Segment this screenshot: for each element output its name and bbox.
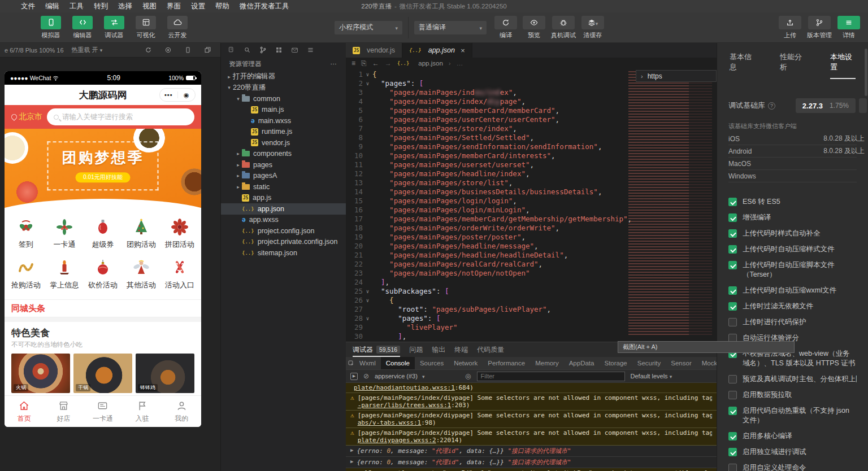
grid-item-拼团活动[interactable]: 拼团活动 xyxy=(160,215,199,255)
outline-icon[interactable]: ≡ xyxy=(351,59,355,67)
checkbox[interactable] xyxy=(728,245,737,254)
bookmark-icon[interactable]: ⎘ xyxy=(361,59,367,67)
console-panel-tab-终端[interactable]: 终端 xyxy=(454,342,468,357)
toolbar-button-模拟器[interactable]: 模拟器 xyxy=(37,16,64,40)
checkbox[interactable] xyxy=(728,302,737,311)
headline-section[interactable]: 同城头条 xyxy=(5,299,201,317)
more-actions-icon[interactable]: ⋯ xyxy=(331,60,338,68)
search-input[interactable]: 请输入关键字进行搜索 xyxy=(47,108,194,125)
checkbox[interactable] xyxy=(728,448,737,456)
source-link[interactable]: plate/haodiantoutiao.wxss:1 xyxy=(354,384,455,391)
fold-icon[interactable]: ∨ xyxy=(363,287,372,296)
grid-item-签到[interactable]: 签到 xyxy=(7,215,45,255)
checkbox[interactable] xyxy=(728,407,737,415)
action-button-真机调试[interactable]: 真机调试 xyxy=(551,16,576,40)
checkbox[interactable] xyxy=(728,464,737,471)
setting-row[interactable]: 上传代码时样式自动补全 xyxy=(728,229,857,238)
tree-item-sitemap.json[interactable]: {..}sitemap.json xyxy=(221,247,346,259)
devtools-tab-Storage[interactable]: Storage xyxy=(599,357,632,369)
devtools-tab-Console[interactable]: Console xyxy=(381,357,415,369)
food-image-火锅[interactable]: 火锅 xyxy=(11,354,70,393)
grid-item-活动入口[interactable]: 活动入口 xyxy=(160,255,199,296)
compile-mode-select[interactable]: 普通编译 xyxy=(414,21,487,34)
setting-row[interactable]: 上传代码时自动压缩样式文件 xyxy=(728,245,857,254)
mode-select[interactable]: 小程序模式 xyxy=(335,21,402,34)
fold-icon[interactable]: ∨ xyxy=(363,70,372,79)
inspect-element-icon[interactable] xyxy=(348,360,354,367)
setting-row[interactable]: 上传代码时自动压缩脚本文件（Terser） xyxy=(728,260,857,280)
menu-item-设置[interactable]: 设置 xyxy=(186,2,210,11)
tab-我的[interactable]: 我的 xyxy=(162,400,201,424)
setting-row[interactable]: 上传代码时自动压缩wxml文件 xyxy=(728,286,857,295)
find-widget[interactable]: › https xyxy=(636,70,717,82)
promo-banner[interactable]: 团购梦想季 0.01元用好技能 xyxy=(5,129,201,209)
clear-console-icon[interactable]: ⊘ xyxy=(363,372,369,380)
capsule-menu[interactable]: ••• ◉ xyxy=(159,88,196,102)
tab-好店[interactable]: 好店 xyxy=(44,400,84,424)
editor-tab-app.json[interactable]: {..}app.json× xyxy=(402,43,472,58)
tree-item-pages[interactable]: ▸pages xyxy=(221,159,346,171)
source-link[interactable]: -parser/libs/trees.wxss:1 xyxy=(358,402,452,409)
tree-item-components[interactable]: ▸components xyxy=(221,149,346,160)
tree-item-main.wxss[interactable]: ǝmain.wxss xyxy=(221,115,346,127)
breadcrumb-more[interactable]: … xyxy=(457,60,463,67)
console-warning-row[interactable]: ⚠[pages/mainPages/index/diypage] Some se… xyxy=(346,411,717,428)
grid-item-砍价活动[interactable]: 砍价活动 xyxy=(84,255,122,296)
close-icon[interactable]: × xyxy=(461,46,465,55)
console-warning-row[interactable]: ⚠▶[Component] property "pageId" of "comp… xyxy=(346,468,717,471)
setting-row[interactable]: 启用代码自动热重载（不支持 json 文件） xyxy=(728,406,857,425)
checkbox[interactable] xyxy=(728,375,737,383)
setting-row[interactable]: 上传时过滤无依赖文件 xyxy=(728,302,857,311)
console-warning-row[interactable]: ⚠[pages/mainPages/index/diypage] Some se… xyxy=(346,428,717,446)
eye-icon[interactable]: ◎ xyxy=(465,372,471,380)
menu-item-编辑[interactable]: 编辑 xyxy=(40,2,64,11)
action-button-预览[interactable]: 预览 xyxy=(523,16,545,40)
filter-input[interactable] xyxy=(477,372,625,381)
devtools-tab-Mock[interactable]: Mock xyxy=(697,357,717,369)
help-icon[interactable]: ? xyxy=(768,102,775,110)
action-button-版本管理[interactable]: 版本管理 xyxy=(807,16,832,40)
device-select[interactable]: e 6/7/8 Plus 100% 16 xyxy=(5,47,64,54)
toolbar-button-调试器[interactable]: 调试器 xyxy=(101,16,128,40)
forward-arrow-icon[interactable]: → xyxy=(385,59,392,67)
menu-item-转到[interactable]: 转到 xyxy=(89,2,113,11)
devtools-tab-Sources[interactable]: Sources xyxy=(415,357,449,369)
checkbox[interactable] xyxy=(728,261,737,269)
portrait-icon[interactable] xyxy=(184,46,192,54)
tab-一卡通[interactable]: 一卡通 xyxy=(83,400,123,424)
console-panel-tab-问题[interactable]: 问题 xyxy=(409,342,423,357)
tree-item-vendor.js[interactable]: JSvendor.js xyxy=(221,137,346,149)
record-icon[interactable] xyxy=(164,46,172,54)
city-selector[interactable]: 北京市 xyxy=(11,112,42,122)
toolbar-button-云开发[interactable]: 云开发 xyxy=(164,16,191,40)
console-panel-tab-调试器[interactable]: 调试器59,516 xyxy=(353,342,400,357)
setting-row[interactable]: 启用数据预拉取 xyxy=(728,390,857,400)
base-library-select[interactable]: 2.27.3 1.75% xyxy=(796,98,856,113)
hot-reload-toggle[interactable]: 热重载 开 xyxy=(72,46,103,54)
console-panel-tab-代码质量[interactable]: 代码质量 xyxy=(477,342,504,357)
devtools-tab-AppData[interactable]: AppData xyxy=(564,357,600,369)
action-button-详情[interactable]: 详情 xyxy=(837,16,860,40)
mail-icon[interactable] xyxy=(291,46,298,54)
levels-select[interactable]: Default levels xyxy=(631,373,672,380)
grid-icon[interactable] xyxy=(275,46,283,54)
grid-item-抢购活动[interactable]: 抢购活动 xyxy=(7,255,45,296)
fold-icon[interactable]: ∨ xyxy=(363,296,372,305)
setting-row[interactable]: 预览及真机调试时主包、分包体积上限调整为4M xyxy=(728,374,857,384)
expand-icon[interactable]: ▶ xyxy=(350,447,353,453)
source-link[interactable]: abs/v-tabs.wxss:1 xyxy=(358,419,422,426)
grid-item-团购活动[interactable]: 团购活动 xyxy=(122,215,160,255)
tree-item-project.private.config.json[interactable]: {..}project.private.config.json xyxy=(221,237,346,248)
devtools-tab-Performance[interactable]: Performance xyxy=(483,357,530,369)
devtools-tab-Sensor[interactable]: Sensor xyxy=(666,357,696,369)
toolbar-button-编辑器[interactable]: 编辑器 xyxy=(69,16,96,40)
more-icon[interactable]: ••• xyxy=(160,91,178,98)
tree-item-project.config.json[interactable]: {..}project.config.json xyxy=(221,225,346,237)
fold-icon[interactable]: ∨ xyxy=(363,79,372,88)
checkbox[interactable] xyxy=(728,432,737,441)
files-icon[interactable] xyxy=(228,46,235,54)
setting-row[interactable]: 启用多核心编译 xyxy=(728,431,857,441)
food-image-干锅[interactable]: 干锅 xyxy=(73,354,132,393)
food-image-钵钵鸡[interactable]: 钵钵鸡 xyxy=(136,354,194,393)
setting-row[interactable]: ES6 转 ES5 xyxy=(728,197,857,207)
